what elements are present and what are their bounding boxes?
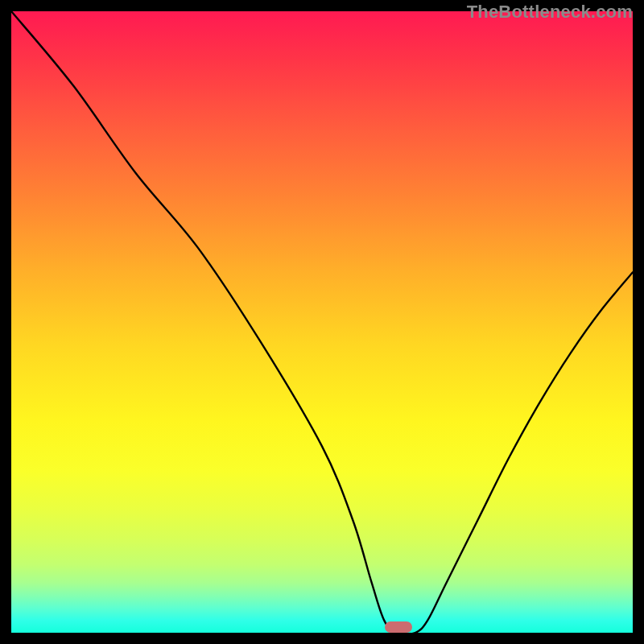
bottleneck-curve [11, 11, 633, 633]
valley-marker [385, 621, 412, 633]
chart-frame: TheBottleneck.com [0, 0, 644, 644]
plot-area [11, 11, 633, 633]
watermark-text: TheBottleneck.com [467, 2, 633, 23]
